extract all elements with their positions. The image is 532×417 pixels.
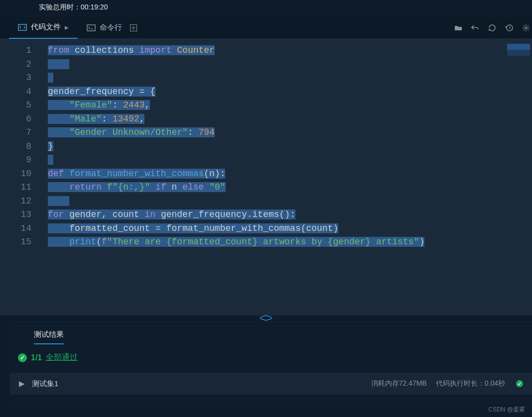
line-number: 1	[0, 44, 40, 58]
undo-icon[interactable]	[471, 24, 479, 32]
line-number: 12	[0, 195, 40, 208]
line-number: 4	[0, 85, 40, 99]
testcase-row[interactable]: ▶ 测试集1 消耗内存72.47MB 代码执行时长：0.04秒	[10, 373, 532, 395]
code-line: ····"Male": 13492,	[41, 112, 532, 126]
refresh-icon[interactable]	[488, 24, 496, 32]
memory-usage: 消耗内存72.47MB	[371, 379, 427, 388]
check-circle-icon	[18, 353, 27, 362]
testcase-label: 测试集1	[32, 379, 58, 389]
code-editor[interactable]: 1 2 3 4 5 6 7 8 9 10 11 12 13 14 15 from…	[0, 39, 532, 315]
results-tab[interactable]: 测试结果	[10, 322, 532, 339]
line-number: 11	[0, 181, 40, 195]
folder-icon[interactable]	[454, 24, 462, 32]
history-icon[interactable]	[505, 24, 513, 32]
line-number: 15	[0, 235, 40, 249]
code-area[interactable]: from·collections·import·Counter ···· gen…	[41, 39, 532, 315]
code-line: ····	[41, 58, 532, 72]
line-number: 14	[0, 222, 40, 236]
line-number: 3	[0, 71, 40, 85]
code-line: ····return·f"{n:,}"·if·n·else·"0"	[41, 181, 532, 195]
code-line: }	[41, 140, 532, 154]
code-line	[41, 71, 532, 85]
code-line: for·gender, count·in·gender_frequency.it…	[41, 208, 532, 222]
gear-icon[interactable]	[522, 24, 530, 32]
terminal-icon	[87, 23, 96, 32]
code-file-icon	[18, 23, 27, 32]
results-passed-label[interactable]: 全部通过	[46, 352, 78, 363]
results-summary: 1/1 全部通过	[10, 339, 532, 363]
code-line: def·format_number_with_commas(n):	[41, 167, 532, 181]
tab-code-file[interactable]: 代码文件 ▸	[9, 17, 78, 39]
code-line: ····	[41, 195, 532, 208]
line-number: 5	[0, 99, 40, 112]
tab-label: 命令行	[100, 23, 122, 32]
results-score: 1/1	[31, 353, 42, 362]
line-number: 10	[0, 167, 40, 181]
code-line: from·collections·import·Counter	[41, 44, 532, 58]
code-line: ····"Gender Unknown/Other": 794	[41, 126, 532, 140]
code-line: ····formatted_count = format_number_with…	[41, 222, 532, 236]
line-number: 9	[0, 153, 40, 167]
code-line: ····print(f"There are {formatted_count} …	[41, 235, 532, 249]
tab-label: 代码文件	[31, 22, 61, 32]
chevron-right-icon: ▶	[19, 379, 25, 388]
code-line: gender_frequency = {	[41, 85, 532, 99]
execution-time: 代码执行时长：0.04秒	[436, 379, 505, 388]
editor-toolbar	[454, 24, 532, 32]
experiment-timer: 实验总用时：00:19:20	[0, 0, 532, 17]
check-circle-icon	[516, 380, 523, 387]
line-gutter: 1 2 3 4 5 6 7 8 9 10 11 12 13 14 15	[0, 39, 41, 315]
test-results-panel: 测试结果 1/1 全部通过 ▶ 测试集1 消耗内存72.47MB 代码执行时长：…	[10, 321, 532, 404]
line-number: 8	[0, 140, 40, 154]
line-number: 6	[0, 112, 40, 126]
code-line: ····"Female": 2443,	[41, 99, 532, 112]
code-line	[41, 153, 532, 167]
minimap[interactable]	[507, 44, 530, 58]
tab-command-line[interactable]: 命令行	[78, 17, 147, 39]
line-number: 13	[0, 208, 40, 222]
split-handle-icon[interactable]	[259, 315, 273, 321]
watermark: CSDN @柔雾	[488, 406, 525, 414]
chevron-right-icon: ▸	[65, 23, 69, 32]
editor-tabbar: 代码文件 ▸ 命令行	[0, 17, 532, 39]
line-number: 2	[0, 58, 40, 72]
svg-rect-1	[87, 25, 95, 31]
testcase-meta: 消耗内存72.47MB 代码执行时长：0.04秒	[371, 379, 523, 388]
svg-point-4	[525, 26, 527, 28]
line-number: 7	[0, 126, 40, 140]
plus-box-icon[interactable]	[129, 23, 138, 32]
